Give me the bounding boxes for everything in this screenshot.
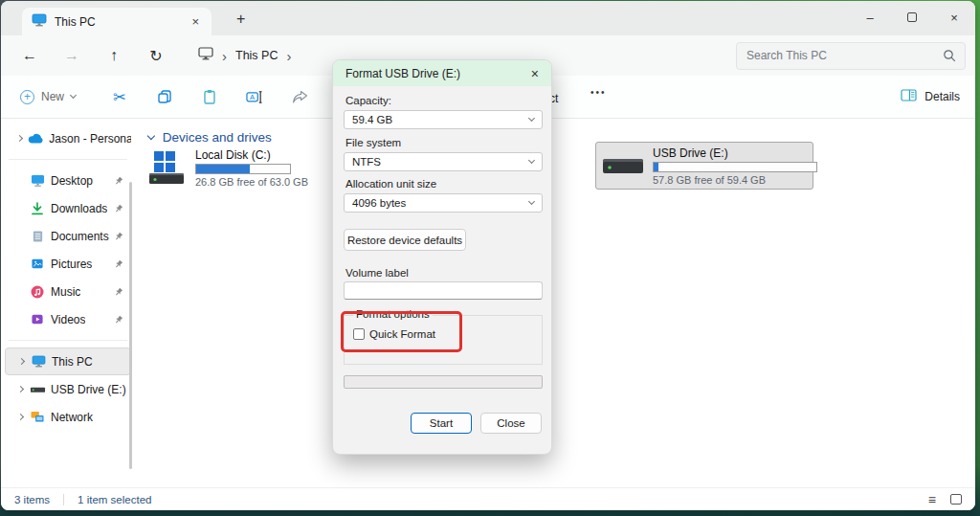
local-disk-icon (146, 149, 187, 186)
more-options-icon[interactable]: ••• (590, 87, 607, 98)
breadcrumb-this-pc[interactable]: This PC (235, 49, 278, 62)
sidebar-item-pictures[interactable]: Pictures (5, 250, 131, 278)
search-box[interactable] (736, 42, 966, 70)
copy-icon[interactable] (156, 89, 173, 104)
quick-format-checkbox[interactable] (353, 328, 365, 340)
refresh-icon[interactable]: ↻ (143, 47, 169, 65)
drive-name: USB Drive (E:) (653, 146, 817, 160)
dialog-title: Format USB Drive (E:) (345, 67, 528, 80)
new-tab-button[interactable]: + (229, 9, 253, 30)
sidebar-item-music[interactable]: Music (5, 278, 131, 305)
selection-count: 1 item selected (78, 494, 151, 505)
up-icon[interactable]: ↑ (100, 47, 127, 64)
dialog-close-icon[interactable]: × (528, 66, 542, 81)
sidebar-item-label: USB Drive (E:) (51, 383, 126, 396)
format-usb-dialog: Format USB Drive (E:) × Capacity: 59.4 G… (332, 59, 552, 455)
tab-this-pc[interactable]: This PC × (22, 8, 212, 35)
maximize-box (907, 12, 917, 22)
allocation-value: 4096 bytes (352, 197, 529, 209)
documents-icon (28, 230, 47, 243)
usb-drive-icon (602, 155, 644, 176)
sidebar-divider (9, 340, 127, 341)
breadcrumb-this-pc-icon[interactable] (198, 47, 213, 64)
chevron-right-icon[interactable] (12, 136, 27, 141)
file-system-label: File system (345, 137, 401, 148)
details-button-label: Details (924, 90, 960, 103)
rename-icon[interactable]: A (246, 90, 263, 104)
sidebar-item-label: This PC (52, 355, 93, 369)
chevron-down-icon[interactable] (147, 132, 155, 140)
onedrive-cloud-icon (27, 132, 45, 145)
this-pc-icon (29, 355, 48, 368)
sidebar-item-label: Videos (51, 313, 85, 326)
thumbnail-view-icon[interactable] (950, 494, 962, 505)
back-icon[interactable]: ← (16, 47, 43, 64)
new-button[interactable]: + New (20, 90, 83, 104)
window-controls: – × (849, 1, 975, 34)
chevron-right-icon[interactable] (12, 387, 28, 392)
allocation-select[interactable]: 4096 bytes (344, 193, 543, 213)
restore-defaults-button[interactable]: Restore device defaults (344, 229, 466, 251)
drive-tile-usb-selected[interactable]: USB Drive (E:) 57.8 GB free of 59.4 GB (595, 142, 813, 190)
tab-close-icon[interactable]: × (189, 14, 202, 29)
forward-icon[interactable]: → (58, 47, 85, 64)
videos-icon (28, 313, 47, 325)
pin-icon (114, 204, 123, 213)
quick-format-option[interactable]: Quick Format (353, 328, 435, 340)
drive-usage-fill (654, 163, 658, 171)
chevron-down-icon (528, 198, 535, 205)
pin-icon (114, 315, 123, 325)
pin-icon (114, 259, 123, 269)
details-pane-icon (901, 88, 917, 105)
share-icon[interactable] (291, 90, 308, 104)
chevron-right-icon[interactable] (12, 415, 28, 419)
plus-circle-icon: + (20, 90, 34, 104)
sidebar-item-downloads[interactable]: Downloads (5, 194, 131, 222)
drive-usage-bar (195, 164, 291, 174)
drive-free-space: 57.8 GB free of 59.4 GB (653, 174, 817, 186)
minimize-icon[interactable]: – (849, 1, 891, 34)
close-icon[interactable]: × (933, 1, 975, 34)
chevron-right-icon[interactable] (13, 359, 29, 364)
sidebar-item-usb-drive[interactable]: USB Drive (E:) (5, 375, 131, 403)
close-button[interactable]: Close (480, 413, 542, 434)
drive-usage-fill (196, 165, 250, 173)
sidebar-divider (9, 159, 127, 160)
pin-icon (114, 232, 123, 241)
sidebar-item-documents[interactable]: Documents (5, 222, 131, 250)
sidebar-item-onedrive[interactable]: Jason - Personal (5, 124, 131, 152)
details-button[interactable]: Details (901, 88, 960, 105)
maximize-icon[interactable] (891, 1, 933, 34)
file-system-value: NTFS (352, 156, 529, 168)
sidebar-scrollbar[interactable] (129, 182, 132, 469)
volume-label: Volume label (345, 267, 409, 279)
music-icon (28, 285, 47, 299)
cut-icon[interactable]: ✂ (111, 88, 128, 106)
sidebar-item-videos[interactable]: Videos (5, 305, 131, 333)
file-system-select[interactable]: NTFS (344, 152, 543, 171)
format-progress-bar (344, 375, 543, 389)
sidebar-item-label: Jason - Personal (49, 132, 131, 146)
pin-icon (114, 176, 123, 186)
quick-format-label: Quick Format (369, 328, 435, 340)
breadcrumb: › This PC › (198, 47, 291, 64)
usb-drive-icon (28, 385, 47, 394)
chevron-down-icon (528, 157, 535, 164)
svg-text:A: A (250, 93, 256, 101)
status-divider (63, 494, 64, 505)
paste-icon[interactable] (201, 89, 218, 104)
search-icon[interactable] (943, 49, 956, 62)
drive-usage-bar (653, 162, 817, 172)
sidebar-item-label: Documents (51, 230, 109, 243)
downloads-icon (28, 202, 47, 215)
sidebar-item-desktop[interactable]: Desktop (5, 167, 131, 194)
start-button[interactable]: Start (411, 413, 472, 434)
breadcrumb-chevron-icon: › (222, 48, 227, 64)
file-list-pane: Devices and drives Local Disk (C:) 26.8 … (135, 119, 975, 487)
sidebar-item-this-pc[interactable]: This PC (5, 348, 131, 375)
list-view-icon[interactable]: ≡ (928, 492, 936, 507)
search-input[interactable] (737, 49, 943, 62)
capacity-select[interactable]: 59.4 GB (344, 110, 543, 129)
volume-label-input[interactable] (344, 281, 543, 300)
sidebar-item-network[interactable]: Network (5, 403, 131, 431)
